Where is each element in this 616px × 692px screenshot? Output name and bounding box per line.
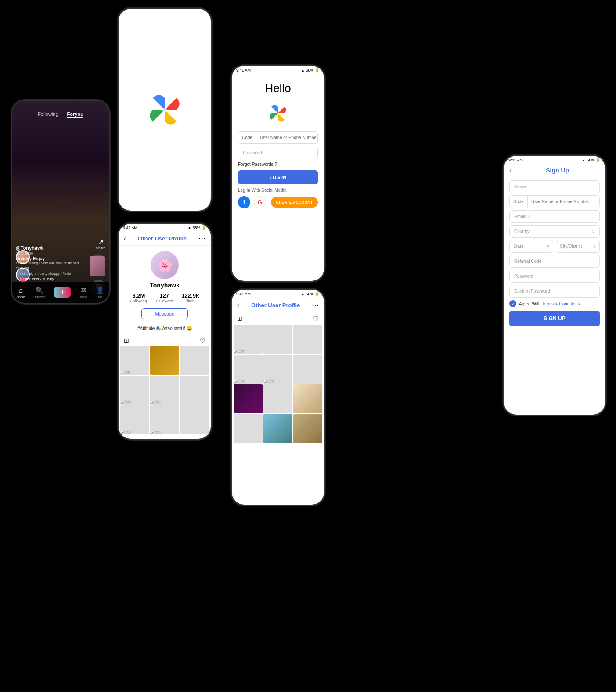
nav-discover[interactable]: 🔍 Discover	[33, 286, 45, 298]
heart-outline-icon-5: ♡	[313, 315, 319, 322]
state-label: State	[513, 244, 523, 249]
followers-stat: 127 Followers	[156, 292, 173, 303]
share-button[interactable]: ↗ Share	[96, 238, 105, 250]
chevron-down-icon: ∨	[592, 229, 595, 234]
nav-home[interactable]: ⌂ Home	[17, 287, 25, 298]
media-5-7[interactable]	[234, 384, 263, 413]
media-5-1[interactable]: ▶ 1290	[234, 325, 263, 354]
profile-header-5: ‹ Other User Profile ⋯	[232, 298, 324, 312]
google-login-button[interactable]: G	[254, 196, 266, 208]
grid-view-icon: ⊞	[237, 315, 242, 322]
inbox-icon: ✉	[80, 286, 86, 294]
media-item-5[interactable]: ▶ 1290	[150, 376, 179, 405]
video-music: ♪ Justin Bieber - Yummy	[16, 277, 87, 281]
more-icon-5[interactable]: ⋯	[312, 301, 319, 309]
status-signal-5: ▲ 58% 🔋	[301, 292, 320, 296]
facebook-login-button[interactable]: f	[238, 196, 250, 208]
country-select[interactable]: Country ∨	[509, 225, 600, 238]
media-5-12[interactable]	[293, 414, 322, 443]
code-label-6: Code	[510, 196, 528, 208]
login-logo	[232, 102, 324, 124]
create-account-button[interactable]: CREATE ACCOUNT	[271, 197, 318, 208]
profile-bio: #Attitude 🎭 Attao चाहते हैं 😄	[119, 324, 211, 333]
media-item-7[interactable]: ▶ 1290	[120, 405, 149, 434]
media-item-2[interactable]	[150, 346, 179, 375]
profile-stats: 3.2M Following 127 Followers 122,9k like…	[130, 289, 199, 307]
terms-agree-row: ✓ Agree With Terms & Conditions	[509, 300, 600, 307]
music-name: Justin Bieber - Yummy	[19, 277, 54, 281]
city-label: City/District	[560, 244, 582, 249]
forgot-password-link[interactable]: Forgot Passwords ?	[238, 162, 318, 167]
tab-following[interactable]: Following	[38, 111, 58, 118]
video-username: @Tonyhawk	[16, 245, 87, 251]
terms-link[interactable]: Terms & Conditions	[542, 301, 580, 306]
media-item-9[interactable]	[180, 405, 209, 434]
status-time-5: 9:41 AM	[236, 292, 251, 296]
more-options-icon[interactable]: ⋯	[198, 234, 205, 243]
name-field[interactable]: Name	[509, 180, 600, 193]
agree-prefix: Agree With	[519, 301, 542, 306]
media-item-4[interactable]: ▶ 1290	[120, 376, 149, 405]
media-item-6[interactable]	[180, 376, 209, 405]
nav-inbox[interactable]: ✉ Inbox	[79, 286, 87, 298]
login-button[interactable]: LOG IN	[238, 170, 318, 184]
back-arrow-6[interactable]: ‹	[509, 166, 512, 174]
referral-field[interactable]: Referral Code	[509, 255, 600, 268]
phone-number-input[interactable]	[528, 196, 599, 208]
media-5-11[interactable]	[263, 414, 292, 443]
media-5-8[interactable]	[263, 384, 292, 413]
video-desc: Good Morning Every one click selfie and …	[16, 261, 87, 270]
back-arrow-3[interactable]: ‹	[124, 235, 126, 243]
media-5-2[interactable]	[263, 325, 292, 354]
username-input-row[interactable]: Code	[238, 131, 318, 144]
username-input[interactable]	[256, 132, 318, 143]
media-5-3[interactable]	[293, 325, 322, 354]
video-tags: #tiktok #night #party #happy #fiesta	[16, 272, 87, 276]
back-arrow-5[interactable]: ‹	[237, 301, 239, 309]
home-label: Home	[17, 295, 25, 298]
password-field[interactable]: Password	[238, 147, 318, 159]
nav-me[interactable]: 👤 Me	[96, 286, 104, 298]
status-bar-4: 9:41 AM ▲ 58% 🔋	[232, 66, 324, 75]
share-icon: ↗	[96, 238, 105, 246]
media-5-10[interactable]	[234, 414, 263, 443]
media-5-4[interactable]: ▶ 1290	[234, 355, 263, 384]
confirm-password-field[interactable]: Confirm Password	[509, 285, 600, 298]
grid-icon: ⊞	[124, 337, 129, 344]
media-5-6[interactable]	[293, 355, 322, 384]
password-field-6[interactable]: Password	[509, 270, 600, 283]
heart-outline-icon: ♡	[200, 337, 205, 344]
message-button[interactable]: Message	[141, 308, 188, 319]
tab-foryou[interactable]: Foryou	[67, 111, 83, 118]
profile-icon: 👤	[96, 286, 104, 294]
signup-button[interactable]: SIGN UP	[509, 311, 600, 326]
phone-login: 9:41 AM ▲ 58% 🔋 Hello Code Password Forg…	[232, 66, 324, 281]
media-5-9[interactable]	[293, 384, 322, 413]
phone-signup: 9:41 AM ▲ 58% 🔋 ‹ Sign Up Name Code Emai…	[504, 156, 605, 415]
nav-add[interactable]: +	[54, 287, 71, 298]
media-grid-5: ▶ 1290 ▶ 1290 ▶ 1290	[232, 325, 324, 443]
status-signal-4: ▲ 58% 🔋	[301, 68, 320, 72]
media-5-5[interactable]: ▶ 1290	[263, 355, 292, 384]
add-icon: +	[54, 287, 71, 298]
agree-checkbox[interactable]: ✓	[509, 300, 516, 307]
media-item-3[interactable]	[180, 346, 209, 375]
signal-icon-3: ▲	[187, 226, 192, 230]
feed-tabs: Following Foryou	[12, 110, 109, 119]
status-time-6: 9:41 AM	[508, 158, 523, 162]
media-item-8[interactable]: ▶ 1290	[150, 405, 179, 434]
media-item-1[interactable]: ▶ 1290	[120, 346, 149, 375]
discover-label: Discover	[33, 295, 45, 298]
phone-user-profile: 9:41 AM ▲ 58% 🔋 ‹ Other User Profile ⋯ 🌸…	[119, 224, 211, 439]
social-login-label: Log In With Social Media	[238, 188, 318, 193]
profile-info: 🌸 Tonyhawk 3.2M Following 127 Followers …	[119, 246, 211, 324]
following-count: 3.2M	[130, 292, 147, 299]
phone-input-row[interactable]: Code	[509, 195, 600, 208]
city-select[interactable]: City/District ∨	[556, 240, 600, 253]
email-field[interactable]: Email ID	[509, 210, 600, 223]
state-select[interactable]: State ∨	[509, 240, 553, 253]
city-chevron-icon: ∨	[593, 244, 596, 249]
video-thumbnail[interactable]	[90, 256, 105, 276]
hello-heading: Hello	[232, 75, 324, 99]
social-login-section: Log In With Social Media f G CREATE ACCO…	[238, 188, 318, 208]
